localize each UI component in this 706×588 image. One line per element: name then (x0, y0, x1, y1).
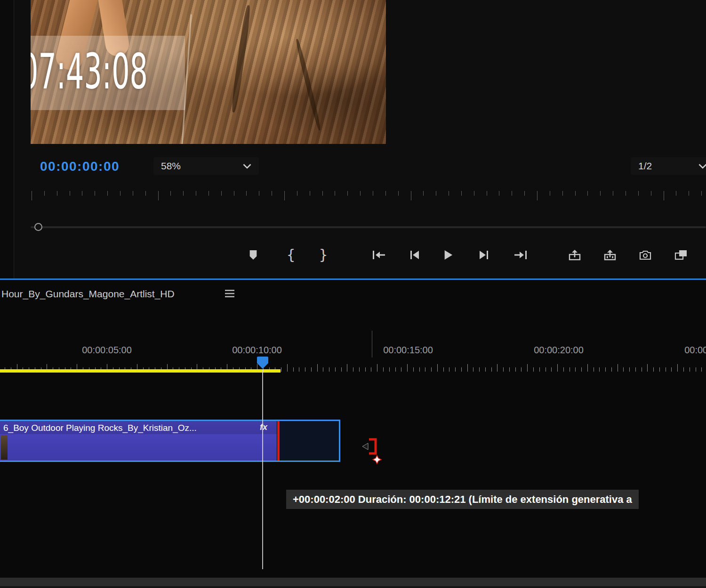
playhead-handle[interactable] (257, 356, 269, 372)
add-marker-button[interactable] (244, 246, 262, 263)
monitor-scrollbar[interactable] (31, 226, 706, 228)
camera-icon (639, 249, 652, 261)
extract-button[interactable] (601, 246, 619, 263)
ruler-label: 00:00:15:00 (383, 345, 433, 356)
generative-extend-cursor (361, 437, 382, 468)
timeline-horizontal-scrollbar[interactable] (0, 578, 706, 586)
monitor-seek-ruler[interactable] (31, 191, 706, 204)
program-monitor-video: 07:43:08 (31, 0, 386, 144)
go-to-in-button[interactable] (370, 246, 388, 263)
hamburger-menu-icon (224, 289, 235, 298)
panel-menu-button[interactable] (224, 289, 235, 299)
playback-resolution-value: 1/2 (638, 160, 652, 172)
marker-icon (248, 249, 258, 261)
step-forward-icon (478, 249, 490, 261)
ruler-label: 00:00:20:00 (534, 345, 584, 356)
play-button[interactable] (439, 246, 457, 263)
ruler-label: 00:00:25:00 (684, 345, 706, 356)
sequence-tab[interactable]: Hour_By_Gundars_Magone_Artlist_HD (1, 288, 175, 300)
step-back-icon (409, 249, 421, 261)
premiere-app: 07:43:08 00:00:00:00 58% 1/2 { } (0, 0, 706, 588)
panel-left-gutter (0, 0, 14, 278)
go-to-out-button[interactable] (512, 246, 530, 263)
mark-in-button[interactable]: { (282, 246, 300, 263)
program-monitor-panel: 07:43:08 00:00:00:00 58% 1/2 { } (0, 0, 706, 278)
go-to-out-icon (513, 249, 528, 261)
lift-icon (568, 249, 581, 261)
export-frame-button[interactable] (636, 246, 654, 263)
ruler-label: 00:00:05:00 (82, 345, 132, 356)
timeline-panel: Hour_By_Gundars_Magone_Artlist_HD 00:00:… (0, 280, 706, 588)
monitor-scrollbar-knob[interactable] (34, 223, 42, 231)
media-end-marker (277, 421, 280, 461)
ruler-label: 00:00:10:00 (232, 345, 282, 356)
clip-thumbnail (1, 435, 8, 460)
duration-tooltip: +00:00:02:00 Duración: 00:00:12:21 (Lími… (286, 490, 639, 509)
clip-selection-outline (0, 420, 340, 462)
play-icon (443, 249, 453, 261)
go-to-in-icon (372, 249, 386, 261)
mark-out-icon: } (319, 248, 328, 262)
mark-out-button[interactable]: } (314, 246, 332, 263)
bottom-edge (0, 586, 706, 588)
playback-resolution-select[interactable]: 1/2 (631, 157, 706, 175)
work-area-bar[interactable] (0, 369, 281, 373)
playhead-line (262, 369, 263, 569)
playhead-timecode[interactable]: 00:00:00:00 (40, 159, 120, 174)
lift-button[interactable] (566, 246, 584, 263)
compare-frames-icon (674, 249, 688, 261)
zoom-level-select[interactable]: 58% (153, 157, 259, 175)
chevron-down-icon (698, 164, 706, 169)
mark-in-icon: { (286, 248, 295, 262)
step-forward-button[interactable] (475, 246, 493, 263)
step-back-button[interactable] (406, 246, 424, 263)
chevron-down-icon (243, 164, 251, 169)
zoom-level-value: 58% (161, 160, 181, 172)
extract-icon (603, 249, 617, 261)
burned-in-timecode: 07:43:08 (31, 47, 148, 96)
ruler-guide-line (372, 331, 372, 358)
compare-view-button[interactable] (672, 246, 690, 263)
